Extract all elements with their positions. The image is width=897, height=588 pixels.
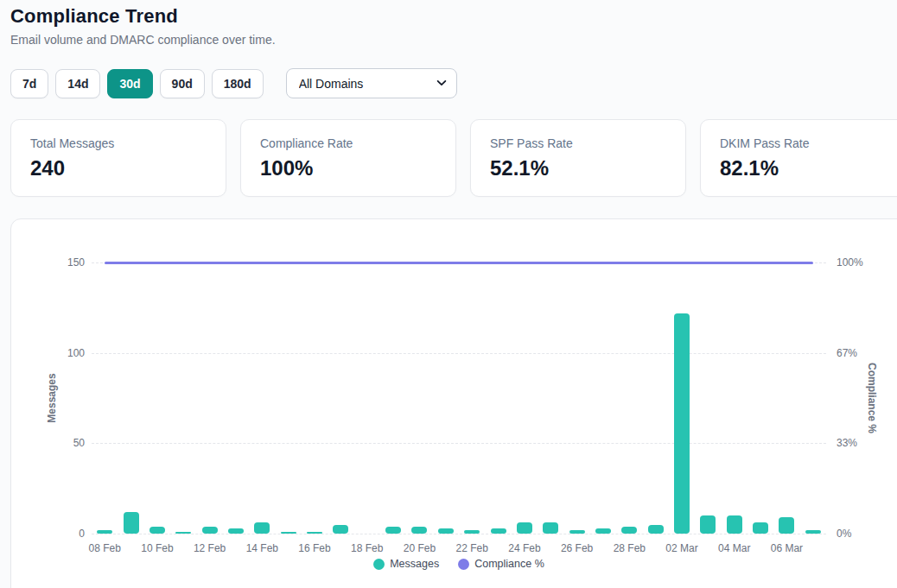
stat-value: 82.1% — [720, 156, 896, 180]
chart-bar-15-feb — [281, 532, 296, 534]
y-axis-tick-right: 0% — [837, 528, 851, 540]
chart-bar-28-feb — [621, 527, 637, 534]
compliance-trend-page: Compliance Trend Email volume and DMARC … — [0, 0, 897, 588]
chart-bar-13-feb — [228, 528, 244, 534]
x-axis-tick: 12 Feb — [183, 542, 237, 554]
chart-bar-10-feb — [150, 527, 165, 534]
x-axis-tick: 04 Mar — [708, 542, 761, 554]
x-axis-tick: 22 Feb — [445, 542, 499, 554]
chart-bar-16-feb — [307, 532, 322, 534]
chart-bar-20-feb — [411, 527, 427, 534]
x-axis-tick: 02 Mar — [655, 542, 709, 554]
messages-legend-dot-icon — [373, 559, 385, 570]
page-title: Compliance Trend — [10, 5, 897, 28]
chart-bar-02-mar — [674, 313, 690, 534]
chart-bar-09-feb — [124, 512, 139, 534]
chart-bar-22-feb — [464, 530, 480, 534]
stat-label: DKIM Pass Rate — [720, 136, 896, 150]
chart-bar-04-mar — [727, 515, 742, 534]
legend-item-compliance: Compliance % — [458, 558, 544, 570]
y-axis-tick-left: 50 — [47, 437, 85, 449]
legend-label: Compliance % — [474, 558, 544, 570]
chart-bar-25-feb — [543, 522, 558, 534]
gridline — [92, 534, 826, 534]
range-button-30d[interactable]: 30d — [107, 69, 152, 98]
stat-card-spf-pass-rate: SPF Pass Rate 52.1% — [470, 119, 686, 197]
chart-bar-06-mar — [779, 517, 794, 534]
chart-bar-12-feb — [202, 527, 218, 534]
y-axis-tick-right: 33% — [837, 437, 857, 449]
x-axis-tick: 14 Feb — [235, 542, 289, 554]
compliance-legend-dot-icon — [458, 559, 469, 570]
chart-bar-19-feb — [385, 527, 401, 534]
domain-select-wrapper: All Domains — [286, 68, 457, 98]
stat-card-compliance-rate: Compliance Rate 100% — [240, 119, 456, 197]
chart-bar-23-feb — [491, 528, 506, 534]
chart-bar-27-feb — [595, 528, 611, 534]
x-axis-tick: 26 Feb — [550, 542, 604, 554]
stat-cards: Total Messages 240 Compliance Rate 100% … — [10, 119, 897, 197]
chart-bar-01-mar — [648, 525, 664, 534]
x-axis-tick: 06 Mar — [760, 542, 813, 554]
gridline — [92, 443, 826, 444]
y-axis-tick-left: 100 — [47, 347, 85, 359]
chart-legend: Messages Compliance % — [92, 558, 826, 570]
compliance-trend-chart-card: Messages Compliance % 050100150 0%33%67%… — [10, 218, 897, 588]
x-axis-tick: 08 Feb — [78, 542, 131, 554]
x-axis-tick: 28 Feb — [602, 542, 656, 554]
stat-card-total-messages: Total Messages 240 — [10, 119, 226, 197]
page-subtitle: Email volume and DMARC compliance over t… — [10, 33, 897, 47]
x-axis-tick: 24 Feb — [498, 542, 551, 554]
stat-value: 100% — [260, 156, 436, 180]
x-axis-tick: 20 Feb — [392, 542, 446, 554]
stat-label: Total Messages — [30, 136, 207, 150]
gridline — [92, 353, 826, 354]
chart-bar-17-feb — [333, 525, 348, 534]
range-button-7d[interactable]: 7d — [10, 69, 48, 98]
range-button-180d[interactable]: 180d — [212, 69, 264, 98]
x-axis-tick: 10 Feb — [130, 542, 184, 554]
y-axis-title-compliance: Compliance % — [866, 363, 878, 433]
chart-bar-11-feb — [175, 532, 191, 534]
stat-card-dkim-pass-rate: DKIM Pass Rate 82.1% — [700, 119, 897, 197]
y-axis-tick-left: 0 — [47, 528, 85, 540]
range-button-14d[interactable]: 14d — [55, 69, 100, 98]
stat-value: 240 — [30, 156, 207, 180]
y-axis-tick-left: 150 — [47, 256, 85, 269]
chart-bar-08-feb — [97, 530, 112, 534]
stat-label: Compliance Rate — [260, 136, 436, 150]
legend-label: Messages — [390, 558, 439, 570]
chart-bar-24-feb — [517, 522, 532, 534]
chart-bar-07-mar — [805, 530, 821, 534]
stat-value: 52.1% — [490, 156, 666, 180]
chart-bar-14-feb — [254, 522, 270, 534]
range-controls: 7d 14d 30d 90d 180d All Domains — [10, 68, 897, 98]
y-axis-title-messages: Messages — [46, 373, 58, 422]
chart-bar-03-mar — [700, 515, 716, 534]
chart-plot-area — [92, 262, 826, 534]
compliance-line — [105, 262, 813, 264]
chart-bar-26-feb — [569, 530, 585, 534]
y-axis-tick-right: 67% — [837, 347, 857, 359]
x-axis-tick: 18 Feb — [340, 542, 394, 554]
legend-item-messages: Messages — [373, 558, 439, 570]
range-button-90d[interactable]: 90d — [160, 69, 205, 98]
chart-bar-05-mar — [753, 522, 768, 534]
chart-bar-21-feb — [438, 528, 454, 534]
domain-select[interactable]: All Domains — [286, 68, 457, 98]
x-axis-tick: 16 Feb — [288, 542, 341, 554]
stat-label: SPF Pass Rate — [490, 136, 666, 150]
y-axis-tick-right: 100% — [837, 256, 863, 269]
